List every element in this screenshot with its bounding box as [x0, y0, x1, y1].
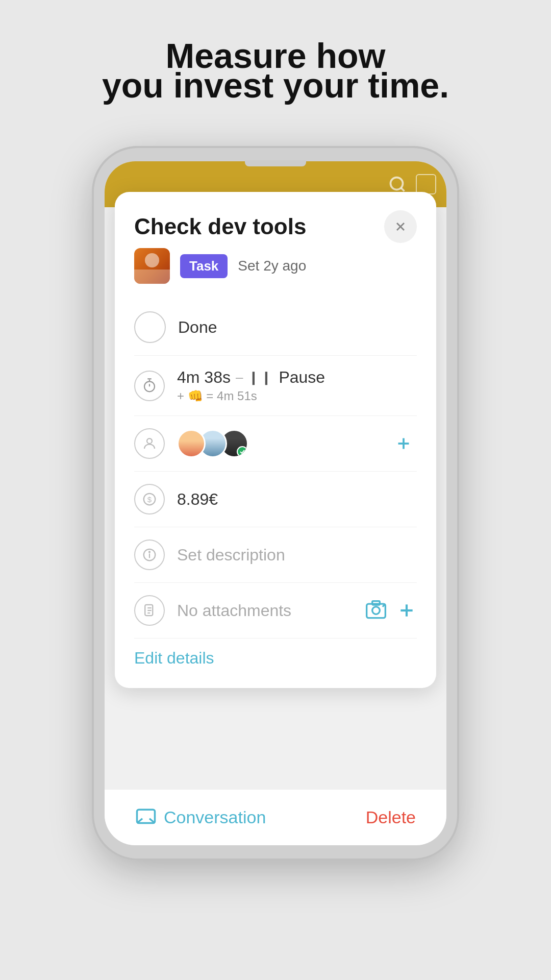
- done-circle[interactable]: [134, 311, 166, 343]
- search-icon: [388, 175, 407, 193]
- cost-value: 8.89€: [177, 490, 417, 509]
- svg-rect-22: [372, 601, 380, 605]
- info-icon: [134, 540, 165, 570]
- person-icon: [134, 428, 165, 459]
- phone-frame: Check dev tools Task Set 2y ago: [92, 146, 459, 861]
- conversation-button[interactable]: Conversation: [135, 807, 266, 828]
- close-button[interactable]: [384, 210, 417, 243]
- assignee-check-icon: [237, 446, 248, 457]
- add-assignee-button[interactable]: [390, 430, 417, 457]
- assignees-group: [177, 429, 378, 458]
- svg-point-0: [391, 178, 403, 190]
- add-image-icon[interactable]: [365, 599, 387, 622]
- add-attachment-icon[interactable]: [396, 600, 417, 621]
- timer-row[interactable]: 4m 38s – ❙❙ Pause + 👊 = 4m 51s: [134, 356, 417, 416]
- task-badge: Task: [180, 254, 228, 278]
- assignee-avatar-1: [177, 429, 206, 458]
- grid-icon: [416, 174, 436, 194]
- svg-point-8: [147, 438, 152, 444]
- phone-screen: Check dev tools Task Set 2y ago: [105, 161, 446, 845]
- task-time-ago: Set 2y ago: [238, 258, 306, 274]
- attachment-actions: [365, 599, 417, 622]
- task-modal: Check dev tools Task Set 2y ago: [115, 192, 436, 688]
- timer-sub: + 👊 = 4m 51s: [177, 389, 325, 403]
- top-bar-icons: [388, 174, 436, 194]
- phone-notch: [245, 160, 306, 166]
- timer-icon: [134, 371, 165, 401]
- modal-header: Check dev tools: [134, 210, 417, 243]
- svg-point-21: [372, 607, 380, 615]
- svg-point-15: [149, 552, 150, 553]
- pause-bars: ❙❙: [248, 370, 273, 385]
- task-avatar: [134, 248, 170, 284]
- delete-label: Delete: [366, 807, 416, 827]
- timer-separator: –: [236, 370, 243, 385]
- modal-title: Check dev tools: [134, 214, 306, 239]
- close-icon: [393, 219, 408, 234]
- edit-details-button[interactable]: Edit details: [134, 639, 417, 673]
- assignees-row[interactable]: [134, 416, 417, 472]
- svg-text:$: $: [147, 496, 152, 504]
- page-headline-2: you invest your time.: [71, 65, 480, 105]
- phone-frame-wrapper: Check dev tools Task Set 2y ago: [92, 146, 459, 980]
- conversation-label: Conversation: [164, 807, 266, 827]
- bottom-bar: Conversation Delete: [105, 789, 446, 845]
- money-icon: $: [134, 484, 165, 514]
- description-row[interactable]: Set description: [134, 527, 417, 583]
- conversation-icon: [135, 807, 157, 828]
- done-row[interactable]: Done: [134, 299, 417, 356]
- cost-row[interactable]: $ 8.89€: [134, 472, 417, 527]
- attachments-placeholder: No attachments: [177, 601, 353, 620]
- pause-label: Pause: [279, 368, 325, 387]
- svg-line-1: [401, 188, 405, 191]
- description-placeholder: Set description: [177, 546, 417, 565]
- delete-button[interactable]: Delete: [366, 807, 416, 827]
- timer-section: 4m 38s – ❙❙ Pause + 👊 = 4m 51s: [177, 368, 325, 403]
- timer-display: 4m 38s – ❙❙ Pause: [177, 368, 325, 387]
- task-meta: Task Set 2y ago: [134, 248, 417, 284]
- timer-value: 4m 38s: [177, 368, 231, 387]
- attachments-row[interactable]: No attachments: [134, 583, 417, 639]
- done-label: Done: [178, 318, 417, 337]
- attachment-icon: [134, 595, 165, 626]
